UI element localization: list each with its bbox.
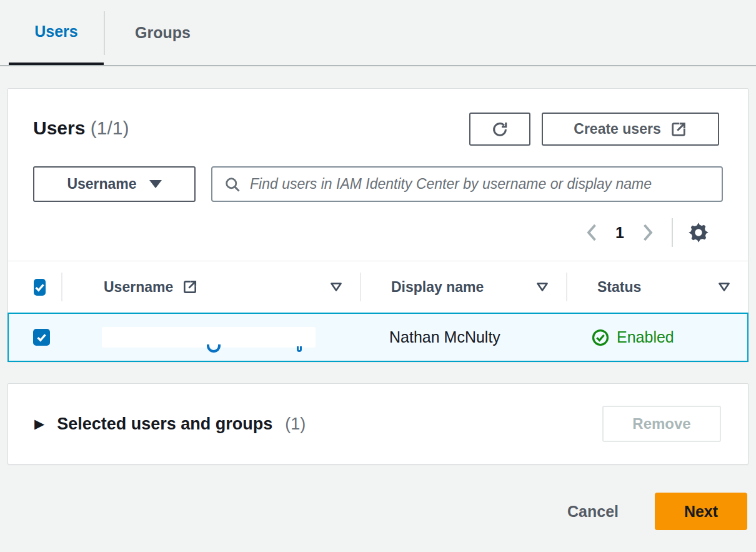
refresh-button[interactable] xyxy=(469,113,530,146)
tab-users-label: Users xyxy=(34,23,78,41)
column-header-status[interactable]: Status xyxy=(566,273,748,301)
page-number[interactable]: 1 xyxy=(615,224,624,242)
panel-title-text: Users xyxy=(33,118,85,138)
redacted-username xyxy=(102,327,316,348)
status-badge: Enabled xyxy=(617,328,674,346)
chevron-down-icon xyxy=(149,180,162,188)
table-row[interactable]: Nathan McNulty Enabled xyxy=(7,313,749,362)
column-header-username[interactable]: Username xyxy=(61,273,360,301)
username-cell xyxy=(62,327,361,348)
header-buttons: Create users xyxy=(469,113,719,146)
next-button[interactable]: Next xyxy=(655,493,747,530)
redaction-artifact xyxy=(207,344,221,353)
filter-triangle-icon[interactable] xyxy=(718,282,730,292)
select-all-cell xyxy=(8,273,61,301)
pagination: 1 xyxy=(8,202,748,261)
tab-groups-label: Groups xyxy=(135,24,191,42)
selected-section-toggle[interactable]: ▶ Selected users and groups (1) xyxy=(34,414,306,434)
selected-section-title: Selected users and groups xyxy=(57,414,272,434)
select-all-checkbox[interactable] xyxy=(34,279,46,296)
column-display-name-label: Display name xyxy=(391,279,484,296)
filter-row: Username xyxy=(8,146,748,202)
column-status-label: Status xyxy=(597,279,641,296)
filter-field-label: Username xyxy=(67,176,136,193)
filter-triangle-icon[interactable] xyxy=(330,282,342,292)
refresh-icon xyxy=(490,120,509,139)
redaction-artifact xyxy=(297,346,302,352)
external-link-icon xyxy=(182,279,198,295)
status-enabled-icon xyxy=(591,328,610,347)
status-cell: Enabled xyxy=(567,328,747,347)
previous-page-button[interactable] xyxy=(578,218,607,247)
search-box xyxy=(211,166,723,202)
row-checkbox-cell xyxy=(9,329,62,346)
column-header-display-name[interactable]: Display name xyxy=(360,273,566,301)
external-link-icon xyxy=(670,121,687,138)
tab-users[interactable]: Users xyxy=(9,0,104,65)
table-header: Username Display name xyxy=(8,261,748,313)
tab-bar: Users Groups xyxy=(0,0,756,66)
create-users-label: Create users xyxy=(574,121,660,138)
remove-button[interactable]: Remove xyxy=(602,406,721,442)
column-username-label: Username xyxy=(104,279,173,296)
users-panel: Users (1/1) Create users xyxy=(7,88,749,362)
tab-groups[interactable]: Groups xyxy=(105,0,221,65)
cancel-button[interactable]: Cancel xyxy=(567,503,619,521)
settings-button[interactable] xyxy=(683,217,714,248)
row-checkbox[interactable] xyxy=(33,329,50,346)
search-icon xyxy=(224,176,241,193)
gear-icon xyxy=(687,221,710,244)
create-users-button[interactable]: Create users xyxy=(542,113,719,146)
selected-section: ▶ Selected users and groups (1) Remove xyxy=(7,383,749,464)
filter-triangle-icon[interactable] xyxy=(536,282,549,292)
search-input[interactable] xyxy=(250,176,710,193)
selected-section-count: (1) xyxy=(285,414,306,434)
wizard-footer: Cancel Next xyxy=(0,464,756,530)
users-count: (1/1) xyxy=(91,118,129,138)
filter-field-dropdown[interactable]: Username xyxy=(33,166,196,202)
pagination-divider xyxy=(672,218,673,247)
panel-header: Users (1/1) Create users xyxy=(8,89,748,146)
display-name-cell: Nathan McNulty xyxy=(361,328,567,346)
page-title: Users (1/1) xyxy=(33,113,129,139)
expand-caret-icon: ▶ xyxy=(34,416,44,431)
next-page-button[interactable] xyxy=(633,218,662,247)
